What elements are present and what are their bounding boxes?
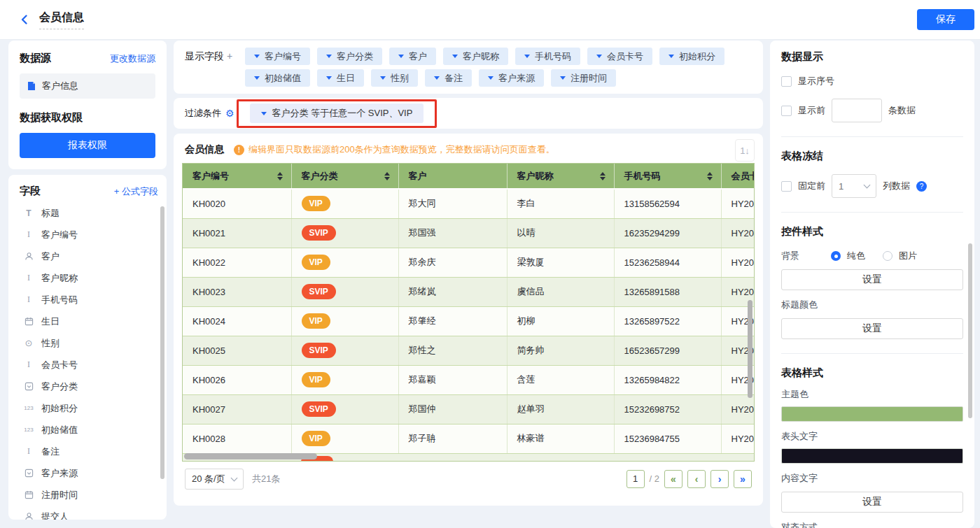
field-item[interactable]: I 客户编号 bbox=[20, 224, 158, 245]
sort-arrows-icon[interactable] bbox=[600, 172, 606, 180]
field-chip[interactable]: 会员卡号 bbox=[587, 48, 652, 65]
cell-customer-id: KH0022 bbox=[183, 248, 291, 277]
field-chip[interactable]: 生日 bbox=[317, 69, 364, 87]
field-chip[interactable]: 客户来源 bbox=[479, 69, 544, 87]
sort-arrows-icon[interactable] bbox=[707, 172, 713, 180]
field-item[interactable]: I 客户昵称 bbox=[20, 267, 158, 289]
field-chip[interactable]: 初始积分 bbox=[659, 48, 724, 65]
page-size-select[interactable]: 20 条/页 bbox=[185, 469, 244, 490]
field-chip[interactable]: 客户编号 bbox=[245, 48, 310, 65]
help-icon[interactable] bbox=[916, 181, 927, 192]
change-datasource-link[interactable]: 更改数据源 bbox=[110, 52, 155, 65]
field-type-icon: 123 bbox=[22, 405, 35, 411]
settings-scrollbar[interactable] bbox=[968, 243, 972, 418]
show-index-checkbox[interactable] bbox=[781, 76, 792, 87]
field-chip[interactable]: 性别 bbox=[371, 69, 418, 87]
sort-arrows-icon[interactable] bbox=[277, 172, 283, 180]
chip-label: 客户分类 bbox=[337, 50, 373, 63]
add-field-icon[interactable]: + bbox=[227, 50, 232, 62]
field-label: 备注 bbox=[41, 445, 59, 458]
field-type-icon: ⊙ bbox=[22, 338, 35, 348]
field-label: 初始积分 bbox=[41, 402, 78, 415]
chevron-down-icon bbox=[380, 76, 386, 80]
save-button[interactable]: 保存 bbox=[917, 9, 974, 30]
warning-icon bbox=[234, 145, 244, 155]
cell-phone: 13265891588 bbox=[614, 277, 721, 306]
field-chip[interactable]: 手机号码 bbox=[515, 48, 580, 65]
field-label: 客户来源 bbox=[41, 467, 78, 480]
field-item[interactable]: 客户来源 bbox=[20, 462, 158, 484]
field-item[interactable]: 123 初始积分 bbox=[20, 397, 158, 419]
chip-label: 客户昵称 bbox=[463, 50, 499, 63]
cell-nickname: 简务帅 bbox=[507, 336, 614, 365]
filter-condition-text: 客户分类 等于任意一个 SVIP、VIP bbox=[272, 107, 413, 120]
current-page-input[interactable]: 1 bbox=[626, 470, 645, 488]
category-badge: SVIP bbox=[302, 225, 336, 241]
chevron-down-icon bbox=[254, 55, 260, 58]
vertical-scrollbar[interactable] bbox=[748, 300, 752, 398]
field-item[interactable]: 客户分类 bbox=[20, 376, 158, 397]
field-item[interactable]: 123 初始储值 bbox=[20, 419, 158, 441]
field-chip[interactable]: 客户昵称 bbox=[443, 48, 508, 65]
settings-panel: 数据显示 显示序号 显示前 条数据 表格冻结 固定前 1 列数据 控件样式 背景 bbox=[770, 41, 974, 528]
prev-page-button[interactable]: ‹ bbox=[687, 470, 706, 488]
field-label: 标题 bbox=[41, 207, 59, 220]
field-item[interactable]: 生日 bbox=[20, 311, 158, 332]
freeze-checkbox[interactable] bbox=[781, 181, 792, 192]
report-permission-button[interactable]: 报表权限 bbox=[20, 133, 155, 158]
gear-icon[interactable]: ⚙ bbox=[225, 108, 234, 119]
image-radio[interactable] bbox=[883, 251, 892, 261]
field-chip[interactable]: 注册时间 bbox=[551, 69, 616, 87]
cell-nickname: 赵单羽 bbox=[507, 394, 614, 424]
category-badge: VIP bbox=[302, 196, 330, 211]
field-item[interactable]: 提交人 bbox=[20, 506, 158, 520]
formula-field-link[interactable]: + 公式字段 bbox=[114, 185, 158, 198]
show-top-input[interactable] bbox=[832, 99, 882, 122]
first-page-button[interactable]: « bbox=[664, 470, 682, 488]
field-item[interactable]: I 备注 bbox=[20, 441, 158, 462]
field-item[interactable]: I 手机号码 bbox=[20, 289, 158, 311]
divider bbox=[781, 136, 963, 137]
cell-nickname: 初柳 bbox=[507, 306, 614, 336]
field-chip[interactable]: 初始储值 bbox=[245, 69, 310, 87]
field-item[interactable]: 注册时间 bbox=[20, 484, 158, 506]
filter-condition-chip[interactable]: 客户分类 等于任意一个 SVIP、VIP bbox=[250, 104, 424, 123]
field-item[interactable]: ⊙ 性别 bbox=[20, 332, 158, 354]
page-title[interactable]: 会员信息 bbox=[39, 10, 84, 29]
field-chip[interactable]: 备注 bbox=[425, 69, 472, 87]
theme-color-swatch[interactable] bbox=[781, 406, 963, 422]
column-header[interactable]: 客户分类 bbox=[291, 164, 398, 189]
field-label: 客户分类 bbox=[41, 380, 78, 393]
show-top-checkbox[interactable] bbox=[781, 106, 792, 116]
last-page-button[interactable]: » bbox=[734, 470, 752, 488]
back-icon[interactable] bbox=[15, 10, 34, 29]
field-item[interactable]: 客户 bbox=[20, 245, 158, 267]
column-header[interactable]: 会员卡号 bbox=[721, 164, 755, 189]
chip-label: 会员卡号 bbox=[607, 50, 643, 63]
field-item[interactable]: I 会员卡号 bbox=[20, 354, 158, 376]
field-label: 性别 bbox=[41, 337, 59, 350]
column-header[interactable]: 客户昵称 bbox=[507, 164, 614, 189]
solid-color-radio[interactable] bbox=[831, 251, 841, 261]
background-set-button[interactable]: 设置 bbox=[781, 269, 963, 290]
fields-scrollbar[interactable] bbox=[160, 206, 164, 479]
content-text-set-button[interactable]: 设置 bbox=[781, 492, 963, 513]
field-chip[interactable]: 客户 bbox=[389, 48, 436, 65]
freeze-count-select[interactable]: 1 bbox=[832, 174, 876, 198]
next-page-button[interactable]: › bbox=[710, 470, 729, 488]
table-row: KH0021 SVIP 郑国强 以晴 16235294299 HY2022 bbox=[183, 218, 755, 248]
widget-style-title: 控件样式 bbox=[781, 225, 963, 238]
column-header[interactable]: 客户 bbox=[398, 164, 507, 189]
chevron-down-icon bbox=[596, 55, 602, 58]
datasource-item[interactable]: 客户信息 bbox=[20, 73, 155, 99]
column-header[interactable]: 手机号码 bbox=[614, 164, 721, 189]
cell-nickname: 梁敦厦 bbox=[507, 248, 614, 277]
sort-order-icon[interactable]: 1↓ bbox=[735, 139, 755, 162]
horizontal-scrollbar[interactable] bbox=[184, 453, 317, 459]
field-chip[interactable]: 客户分类 bbox=[317, 48, 382, 65]
title-color-set-button[interactable]: 设置 bbox=[781, 318, 963, 339]
field-item[interactable]: T 标题 bbox=[20, 202, 158, 224]
column-header[interactable]: 客户编号 bbox=[183, 164, 291, 189]
header-text-swatch[interactable] bbox=[781, 448, 963, 464]
sort-arrows-icon[interactable] bbox=[384, 172, 390, 180]
